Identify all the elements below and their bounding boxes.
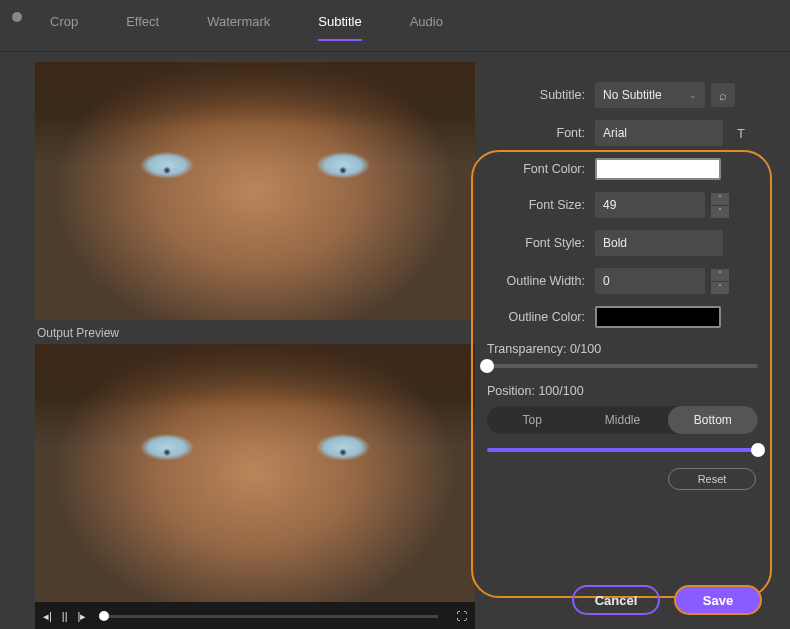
playback-thumb[interactable] [99, 611, 109, 621]
font-style-label: Font Style: [475, 236, 595, 250]
font-style-value: Bold [603, 236, 627, 250]
position-slider[interactable] [487, 448, 758, 452]
play-pause-icon[interactable]: || [62, 610, 68, 622]
font-select-value: Arial [603, 126, 627, 140]
fullscreen-icon[interactable]: ⛶ [456, 610, 467, 622]
tab-watermark[interactable]: Watermark [207, 14, 270, 41]
player-bar: ◂| || |▸ ⛶ [35, 602, 475, 629]
position-label: Position: 100/100 [487, 384, 770, 398]
font-color-label: Font Color: [475, 162, 595, 176]
position-segmented: Top Middle Bottom [487, 406, 758, 434]
transparency-thumb[interactable] [480, 359, 494, 373]
position-top[interactable]: Top [487, 406, 577, 434]
window-control-dot [12, 12, 22, 22]
tab-crop[interactable]: Crop [50, 14, 78, 41]
outline-width-down[interactable]: ˅ [711, 282, 729, 294]
preview-column: Output Preview ◂| || |▸ ⛶ [0, 52, 475, 629]
playback-progress[interactable] [104, 615, 438, 618]
subtitle-label: Subtitle: [475, 88, 595, 102]
cancel-button[interactable]: Cancel [572, 585, 660, 615]
source-preview [35, 62, 475, 320]
position-thumb[interactable] [751, 443, 765, 457]
output-preview-label: Output Preview [37, 326, 475, 340]
tab-subtitle[interactable]: Subtitle [318, 14, 361, 41]
font-select[interactable]: Arial [595, 120, 723, 146]
text-style-button[interactable]: T [729, 121, 753, 145]
outline-width-up[interactable]: ˄ [711, 269, 729, 281]
outline-color-label: Outline Color: [475, 310, 595, 324]
reset-button[interactable]: Reset [668, 468, 756, 490]
outline-width-value: 0 [603, 274, 610, 288]
footer-buttons: Cancel Save [572, 585, 762, 615]
subtitle-select-value: No Subtitle [603, 88, 662, 102]
outline-color-swatch[interactable] [595, 306, 721, 328]
font-size-value: 49 [603, 198, 616, 212]
transparency-label: Transparency: 0/100 [487, 342, 770, 356]
output-preview [35, 344, 475, 602]
outline-width-input[interactable]: 0 [595, 268, 705, 294]
tab-audio[interactable]: Audio [410, 14, 443, 41]
tab-bar: Crop Effect Watermark Subtitle Audio [0, 0, 790, 52]
transparency-slider[interactable] [487, 364, 758, 368]
chevron-down-icon: ⌄ [689, 90, 697, 100]
font-size-down[interactable]: ˅ [711, 206, 729, 218]
search-icon: ⌕ [719, 88, 727, 103]
font-size-up[interactable]: ˄ [711, 193, 729, 205]
text-style-icon: T [737, 126, 745, 141]
subtitle-settings-panel: Subtitle: No Subtitle ⌄ ⌕ Font: Arial T [475, 52, 790, 629]
font-style-select[interactable]: Bold [595, 230, 723, 256]
tab-effect[interactable]: Effect [126, 14, 159, 41]
font-size-label: Font Size: [475, 198, 595, 212]
subtitle-select[interactable]: No Subtitle ⌄ [595, 82, 705, 108]
font-label: Font: [475, 126, 595, 140]
position-middle[interactable]: Middle [577, 406, 667, 434]
font-color-swatch[interactable] [595, 158, 721, 180]
outline-width-label: Outline Width: [475, 274, 595, 288]
position-bottom[interactable]: Bottom [668, 406, 758, 434]
search-subtitle-button[interactable]: ⌕ [711, 83, 735, 107]
save-button[interactable]: Save [674, 585, 762, 615]
step-fwd-icon[interactable]: |▸ [78, 610, 87, 623]
font-size-input[interactable]: 49 [595, 192, 705, 218]
step-back-icon[interactable]: ◂| [43, 610, 52, 623]
